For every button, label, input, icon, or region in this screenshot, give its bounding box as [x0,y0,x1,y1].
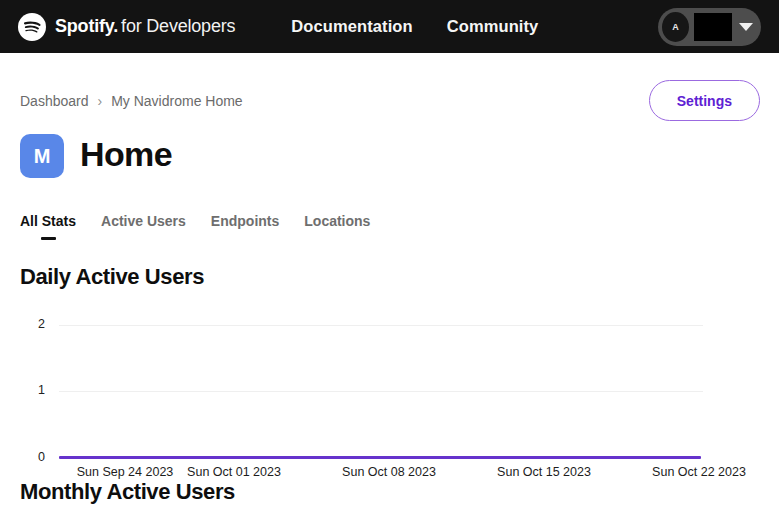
x-axis-tick-label: Sun Oct 22 2023 [652,465,746,479]
chart-gridline [59,325,703,326]
x-axis-tick-label: Sun Oct 01 2023 [187,465,281,479]
x-axis-tick-label: Sun Oct 08 2023 [342,465,436,479]
chart-series-line [59,456,701,459]
daily-active-users-chart: 012Sun Sep 24 2023Sun Oct 01 2023Sun Oct… [0,0,779,515]
y-axis-tick-label: 0 [15,450,45,464]
chart-gridline [59,391,703,392]
y-axis-tick-label: 1 [15,383,45,397]
x-axis-tick-label: Sun Sep 24 2023 [77,465,174,479]
page: Spotify.for Developers Documentation Com… [0,0,779,515]
x-axis-tick-label: Sun Oct 15 2023 [497,465,591,479]
y-axis-tick-label: 2 [15,317,45,331]
